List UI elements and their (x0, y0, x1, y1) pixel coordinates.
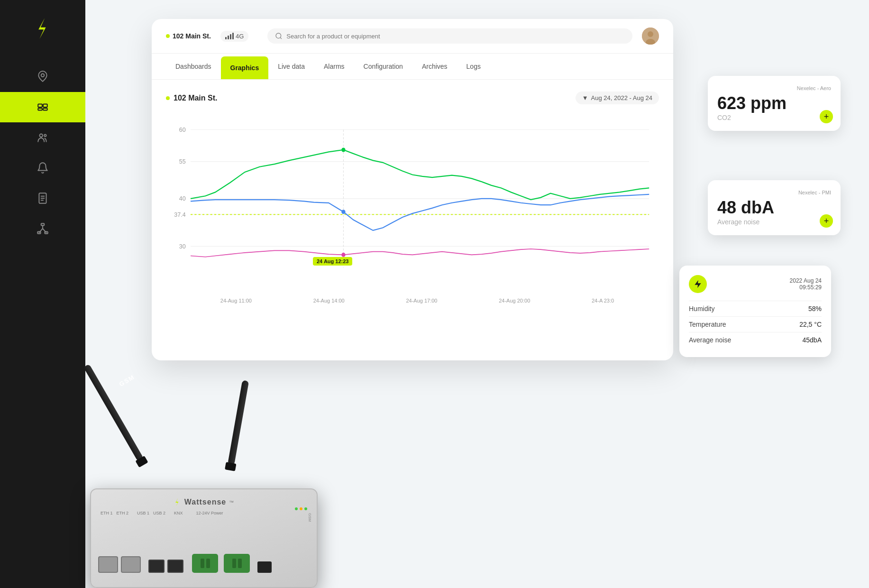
tab-graphics[interactable]: Graphics (221, 56, 269, 79)
eth-port-2 (121, 556, 141, 573)
sidebar-item-alerts[interactable] (0, 153, 85, 183)
chart-title-text: 102 Main St. (174, 94, 217, 102)
popup-bolt-icon (689, 275, 707, 293)
green-connector-1 (192, 554, 218, 573)
popup-row-noise: Average noise 45dbA (689, 332, 822, 348)
led-yellow (300, 507, 302, 510)
sidebar-item-devices[interactable] (0, 92, 85, 122)
date-range-picker[interactable]: ▼ Aug 24, 2022 - Aug 24 (576, 92, 659, 104)
black-connector (257, 561, 272, 573)
popup-row-humidity: Humidity 58% (689, 301, 822, 316)
green-line (191, 150, 649, 200)
status-leds (295, 507, 307, 510)
date-range-label: Aug 24, 2022 - Aug 24 (591, 94, 652, 101)
x-axis-labels: 24-Aug 11:00 24-Aug 14:00 24-Aug 17:00 2… (166, 294, 659, 303)
noise-card: Nexelec - PMI 48 dbA Average noise + (708, 180, 841, 235)
avatar (642, 28, 659, 45)
sidebar-item-network[interactable] (0, 213, 85, 244)
network-icon (37, 222, 49, 235)
svg-point-5 (40, 134, 43, 137)
nav-tabs: Dashboards Graphics Live data Alarms Con… (152, 54, 673, 80)
tab-dashboards[interactable]: Dashboards (166, 55, 221, 78)
user-avatar (642, 28, 659, 45)
x-label-4: 24-Aug 20:00 (499, 298, 530, 303)
tab-configuration[interactable]: Configuration (354, 55, 412, 78)
noise-card-value: 48 dbA (717, 199, 831, 216)
sidebar-item-location[interactable] (0, 62, 85, 92)
antenna-right-base (225, 462, 236, 471)
svg-text:37.4: 37.4 (174, 211, 185, 218)
svg-marker-34 (695, 280, 701, 288)
usb-ports (148, 560, 183, 573)
dashboard-card: 102 Main St. 4G (152, 19, 673, 360)
svg-rect-3 (38, 108, 42, 110)
devices-icon (37, 101, 49, 113)
chart-svg: 60 55 40 37.4 30 (166, 114, 659, 294)
search-input[interactable] (286, 33, 625, 40)
svg-point-17 (276, 33, 281, 38)
svg-point-0 (41, 74, 45, 77)
noise-card-source: Nexelec - PMI (717, 190, 831, 195)
eth-ports (98, 556, 141, 573)
tab-logs[interactable]: Logs (457, 55, 490, 78)
signal-icon (225, 33, 234, 39)
x-label-2: 24-Aug 14:00 (313, 298, 345, 303)
sidebar-item-people[interactable] (0, 122, 85, 153)
signal-badge: 4G (220, 31, 248, 42)
logo-bolt-icon (32, 18, 53, 39)
popup-date: 2022 Aug 24 (790, 277, 822, 284)
pink-dot (341, 253, 345, 257)
logo (28, 14, 57, 43)
tab-alarms[interactable]: Alarms (314, 55, 354, 78)
device-brand-name: Wattsense (184, 498, 226, 506)
svg-point-20 (648, 31, 653, 37)
location-name: 102 Main St. (173, 32, 211, 40)
dashboard-header: 102 Main St. 4G (152, 19, 673, 54)
location-icon (37, 71, 49, 83)
svg-line-18 (280, 37, 282, 39)
x-label-3: 24-Aug 17:00 (406, 298, 437, 303)
co2-card-value: 623 ppm (717, 95, 831, 112)
led-green (295, 507, 298, 510)
green-connector-2 (224, 554, 250, 573)
co2-card-add-button[interactable]: + (820, 110, 833, 123)
svg-point-6 (44, 135, 46, 137)
svg-text:55: 55 (179, 158, 186, 165)
people-icon (37, 131, 49, 144)
co2-card-label: CO2 (717, 114, 831, 121)
port-labels-top: ETH 1 ETH 2 USB 1 USB 2 KNX 12-24V Power (101, 511, 223, 515)
tab-live-data[interactable]: Live data (268, 55, 314, 78)
search-icon (275, 32, 283, 40)
svg-rect-2 (43, 104, 47, 108)
led-green-2 (304, 507, 307, 510)
x-label-5: 24-A 23:0 (592, 298, 614, 303)
co2-card: Nexelec - Aero 623 ppm CO2 + (708, 76, 841, 131)
noise-card-label: Average noise (717, 218, 831, 226)
antenna-left-base (135, 456, 148, 468)
reports-icon (37, 192, 49, 204)
bell-icon (37, 162, 49, 174)
chart-tooltip: 24 Aug 12:23 (313, 257, 352, 266)
usb-port-2 (167, 560, 183, 573)
svg-rect-1 (38, 104, 42, 108)
chart-area: 102 Main St. ▼ Aug 24, 2022 - Aug 24 (152, 80, 673, 315)
antenna-right (228, 380, 249, 466)
device-brand: Wattsense ™ (173, 498, 235, 506)
green-dot (341, 148, 345, 152)
usb-port-1 (148, 560, 165, 573)
blue-dot (341, 210, 345, 214)
noise-card-add-button[interactable]: + (820, 214, 833, 228)
sidebar-item-reports[interactable] (0, 183, 85, 213)
search-box[interactable] (267, 28, 632, 44)
popup-header: 2022 Aug 24 09:55:29 (689, 275, 822, 293)
main-content: 102 Main St. 4G (85, 0, 869, 588)
antenna-gsm-label: GSM (118, 373, 136, 388)
eth-port-1 (98, 556, 118, 573)
svg-text:60: 60 (179, 126, 186, 134)
popup-timestamp: 2022 Aug 24 09:55:29 (790, 277, 822, 291)
green-connectors (192, 554, 250, 573)
tab-archives[interactable]: Archives (412, 55, 457, 78)
data-popup: 2022 Aug 24 09:55:29 Humidity 58% Temper… (679, 266, 831, 357)
sidebar (0, 0, 85, 588)
blue-line (191, 194, 649, 230)
